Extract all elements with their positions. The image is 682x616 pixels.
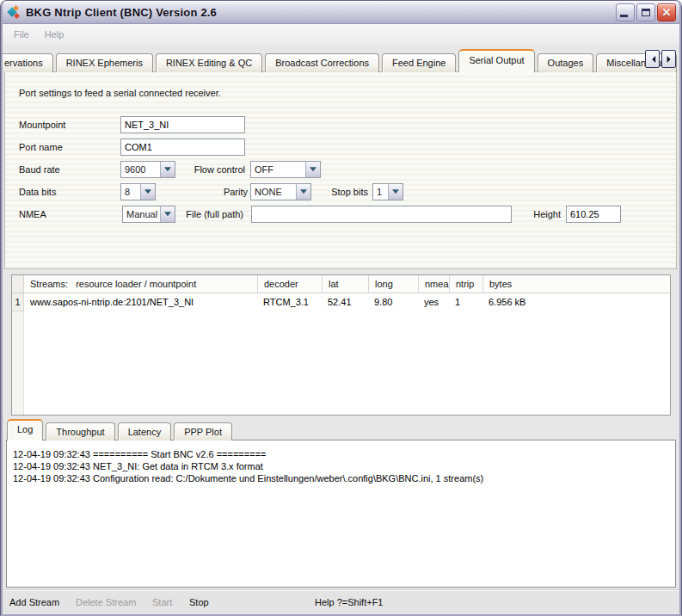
tab-latency[interactable]: Latency [118,422,172,440]
app-window: BKG Ntrip Client (BNC) Version 2.6 ✕ Fil… [0,0,682,616]
tab-feed-engine[interactable]: Feed Engine [382,53,456,72]
minimize-icon [620,15,628,17]
window-title: BKG Ntrip Client (BNC) Version 2.6 [26,6,217,19]
flow-control-label: Flow control [160,161,245,178]
main-tab-bar: ervations RINEX Ephemeris RINEX Editing … [3,48,679,72]
height-label: Height [521,206,561,223]
chevron-down-icon [140,184,155,200]
cell-ntrip: 1 [449,293,482,311]
tab-rinex-ephemeris[interactable]: RINEX Ephemeris [56,53,153,72]
table-empty-area [12,311,670,415]
nmea-value: Manual [123,209,160,219]
streams-table: Streams: resource loader / mountpoint de… [11,274,671,416]
data-bits-label: Data bits [19,183,56,200]
close-button[interactable]: ✕ [657,3,676,22]
port-name-input[interactable] [120,139,245,156]
column-header-decoder: decoder [257,275,322,293]
tab-serial-output[interactable]: Serial Output [458,49,534,72]
tab-outages[interactable]: Outages [538,53,594,72]
stop-bits-select[interactable]: 1 [372,183,403,200]
baud-rate-value: 9600 [121,164,160,175]
column-header-ntrip: ntrip [449,275,482,293]
tab-ppp-plot[interactable]: PPP Plot [174,422,232,440]
log-view[interactable]: 12-04-19 09:32:43 ========== Start BNC v… [6,440,676,588]
panel-description: Port settings to feed a serial connected… [19,88,221,98]
flow-control-value: OFF [251,164,305,175]
stop-bits-label: Stop bits [308,183,368,200]
delete-stream-button[interactable]: Delete Stream [76,590,136,614]
parity-label: Parity [177,183,248,200]
minimize-button[interactable] [616,3,635,22]
maximize-button[interactable] [636,3,655,22]
mountpoint-label: Mountpoint [19,116,65,133]
close-icon: ✕ [658,4,675,21]
arrow-left-icon [648,56,655,63]
tab-broadcast-corrections[interactable]: Broadcast Corrections [265,53,379,72]
chevron-down-icon [388,184,402,200]
tab-log[interactable]: Log [7,419,43,440]
bottom-tab-bar: Log Throughput Latency PPP Plot [3,419,679,440]
maximize-icon [642,9,650,16]
data-bits-select[interactable]: 8 [120,183,156,200]
app-icon [8,5,22,19]
row-number: 1 [12,293,24,311]
nmea-select[interactable]: Manual [122,206,175,223]
log-line: 12-04-19 09:32:43 NET_3_NI: Get data in … [13,460,669,472]
menu-bar: File Help [3,24,679,45]
baud-rate-label: Baud rate [19,161,60,178]
column-header-streams: Streams: resource loader / mountpoint [24,275,257,293]
tab-observations[interactable]: ervations [0,53,53,72]
mountpoint-input[interactable] [120,116,245,133]
stop-button[interactable]: Stop [189,590,209,614]
tab-scroll-right-button[interactable] [661,50,676,68]
height-input[interactable] [566,206,621,223]
stop-bits-value: 1 [373,187,388,197]
file-path-label: File (full path) [177,206,243,223]
start-button[interactable]: Start [152,590,172,614]
table-row[interactable]: 1 www.sapos-ni-ntrip.de:2101/NET_3_NI RT… [12,293,670,311]
column-header-nmea: nmea [418,275,449,293]
tab-throughput[interactable]: Throughput [46,422,114,440]
arrow-right-icon [667,56,673,63]
title-bar[interactable]: BKG Ntrip Client (BNC) Version 2.6 ✕ [1,1,681,24]
cell-mountpoint: www.sapos-ni-ntrip.de:2101/NET_3_NI [24,293,257,311]
cell-long: 9.80 [368,293,418,311]
log-line: 12-04-19 09:32:43 ========== Start BNC v… [13,448,669,460]
parity-select[interactable]: NONE [250,183,311,200]
table-gutter [12,311,24,415]
action-bar: Add Stream Delete Stream Start Stop Help… [3,589,679,613]
menu-help[interactable]: Help [37,27,72,42]
serial-output-panel: Port settings to feed a serial connected… [4,71,677,269]
nmea-label: NMEA [19,206,46,223]
log-line: 12-04-19 09:32:43 Configuration read: C:… [13,472,669,484]
data-bits-value: 8 [121,187,140,197]
help-shortcut-label: Help ?=Shift+F1 [315,590,384,614]
cell-bytes: 6.956 kB [482,293,670,311]
tab-rinex-editing-qc[interactable]: RINEX Editing & QC [156,53,262,72]
port-name-label: Port name [19,139,63,156]
column-header-lat: lat [322,275,368,293]
streams-table-header: Streams: resource loader / mountpoint de… [12,275,670,293]
add-stream-button[interactable]: Add Stream [9,590,59,614]
table-corner-cell [12,275,24,293]
column-header-bytes: bytes [482,275,670,293]
menu-file[interactable]: File [6,27,37,42]
file-path-input[interactable] [251,206,512,223]
chevron-down-icon [160,206,175,222]
parity-value: NONE [251,187,296,197]
tab-scroll-left-button[interactable] [645,50,660,68]
flow-control-select[interactable]: OFF [250,161,321,178]
cell-nmea: yes [418,293,449,311]
cell-lat: 52.41 [322,293,368,311]
cell-decoder: RTCM_3.1 [257,293,322,311]
column-header-long: long [368,275,418,293]
chevron-down-icon [305,162,320,177]
